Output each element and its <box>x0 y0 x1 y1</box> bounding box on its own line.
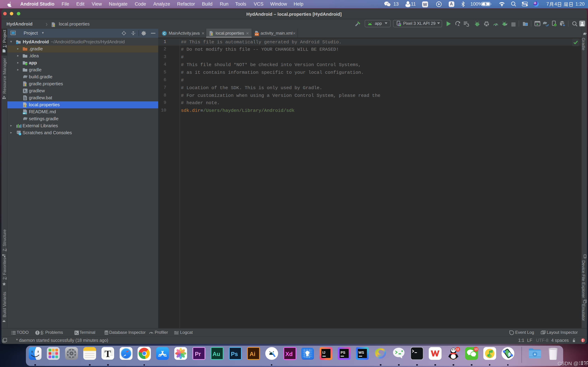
svg-text:Pr: Pr <box>195 351 201 357</box>
svg-text:IJ: IJ <box>322 350 326 354</box>
svg-text:Ai: Ai <box>250 351 255 357</box>
svg-text:C: C <box>163 32 165 35</box>
svg-text:11: 11 <box>456 348 459 351</box>
svg-text:A: A <box>458 24 459 26</box>
svg-text:Xd: Xd <box>285 351 293 357</box>
svg-text:Ps: Ps <box>231 351 238 357</box>
svg-text:PxCook: PxCook <box>306 357 310 358</box>
svg-text:<>: <> <box>255 33 258 36</box>
svg-text:Au: Au <box>212 351 220 357</box>
svg-text:MD: MD <box>23 113 26 114</box>
svg-text:PS: PS <box>341 350 346 354</box>
svg-text:13: 13 <box>475 348 478 351</box>
svg-text:WS: WS <box>359 350 364 354</box>
